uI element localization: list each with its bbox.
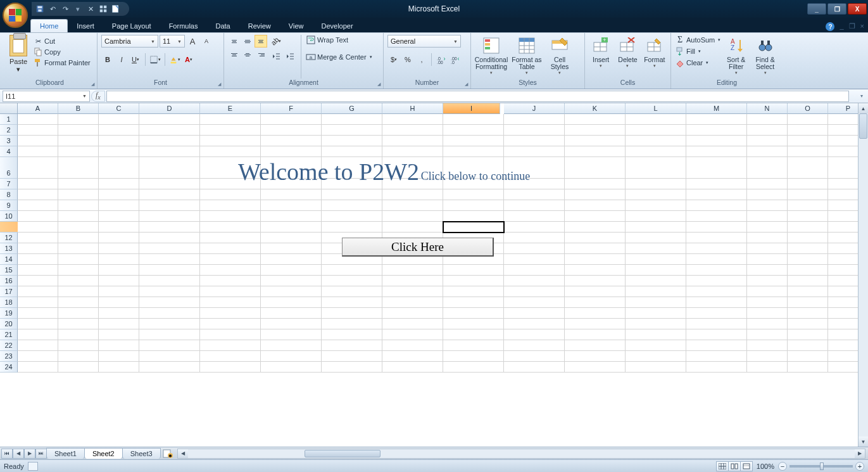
- cell[interactable]: [139, 319, 200, 329]
- view-normal-button[interactable]: [716, 461, 729, 471]
- cell[interactable]: [382, 362, 443, 373]
- name-box[interactable]: I11▼: [3, 91, 90, 102]
- cell[interactable]: [200, 308, 261, 319]
- cell[interactable]: [322, 329, 382, 340]
- cell[interactable]: [747, 286, 788, 297]
- comma-button[interactable]: ,: [415, 53, 428, 66]
- cell[interactable]: [322, 319, 382, 329]
- cell[interactable]: [565, 351, 626, 362]
- decrease-indent-button[interactable]: [270, 50, 282, 63]
- cell[interactable]: [443, 362, 504, 373]
- cell[interactable]: [443, 200, 504, 211]
- cell[interactable]: [686, 276, 747, 286]
- column-header[interactable]: E: [200, 103, 261, 114]
- cell[interactable]: [626, 265, 686, 276]
- cell[interactable]: [504, 233, 565, 243]
- cell[interactable]: [200, 136, 261, 146]
- cell[interactable]: [200, 340, 261, 351]
- number-format-select[interactable]: General▼: [387, 35, 461, 48]
- cell[interactable]: [58, 200, 99, 211]
- qat-custom3-icon[interactable]: [111, 4, 120, 13]
- cell[interactable]: [322, 340, 382, 351]
- formula-input[interactable]: [106, 91, 849, 102]
- column-header[interactable]: K: [565, 103, 626, 114]
- cell[interactable]: [443, 308, 504, 319]
- maximize-button[interactable]: ❐: [827, 3, 846, 15]
- cell[interactable]: [58, 211, 99, 222]
- cell[interactable]: [565, 222, 626, 233]
- cell[interactable]: [626, 329, 686, 340]
- minimize-button[interactable]: _: [807, 3, 826, 15]
- cell[interactable]: [626, 179, 686, 189]
- cell[interactable]: [261, 233, 322, 243]
- cell[interactable]: [443, 211, 504, 222]
- cell[interactable]: [382, 265, 443, 276]
- cell[interactable]: [788, 179, 828, 189]
- cell[interactable]: [626, 211, 686, 222]
- cell[interactable]: [686, 286, 747, 297]
- cell[interactable]: [58, 362, 99, 373]
- copy-button[interactable]: Copy: [33, 47, 91, 57]
- cell[interactable]: [504, 254, 565, 265]
- cell[interactable]: [139, 362, 200, 373]
- cell[interactable]: [626, 125, 686, 136]
- border-button[interactable]: ▾: [149, 53, 161, 66]
- cell[interactable]: [58, 233, 99, 243]
- cell[interactable]: [626, 168, 686, 179]
- cell[interactable]: [261, 319, 322, 329]
- tab-nav-prev[interactable]: ◀: [13, 449, 24, 459]
- cell[interactable]: [747, 189, 788, 200]
- conditional-formatting-button[interactable]: Conditional Formatting▾: [475, 35, 508, 77]
- scroll-right-icon[interactable]: ▶: [855, 449, 865, 458]
- cell[interactable]: [565, 243, 626, 254]
- cell[interactable]: [788, 233, 828, 243]
- column-header[interactable]: M: [686, 103, 747, 114]
- cell[interactable]: [686, 114, 747, 125]
- cell[interactable]: [261, 276, 322, 286]
- cell[interactable]: [322, 146, 382, 157]
- cell[interactable]: [139, 168, 200, 179]
- cell[interactable]: [565, 265, 626, 276]
- cell[interactable]: [18, 233, 58, 243]
- cell[interactable]: [626, 340, 686, 351]
- cell[interactable]: [747, 351, 788, 362]
- zoom-out-button[interactable]: −: [778, 462, 787, 471]
- cell[interactable]: [504, 146, 565, 157]
- row-header[interactable]: 8: [0, 189, 18, 200]
- cell[interactable]: [788, 211, 828, 222]
- cell[interactable]: [686, 308, 747, 319]
- cell[interactable]: [58, 265, 99, 276]
- cell[interactable]: [200, 265, 261, 276]
- cell[interactable]: [382, 351, 443, 362]
- qat-custom2-icon[interactable]: [99, 4, 108, 13]
- cell[interactable]: [382, 189, 443, 200]
- cell[interactable]: [99, 211, 139, 222]
- cell[interactable]: [747, 265, 788, 276]
- cell[interactable]: [18, 243, 58, 254]
- clear-button[interactable]: Clear▾: [675, 58, 720, 68]
- fill-button[interactable]: Fill▾: [675, 46, 720, 56]
- cell[interactable]: [565, 200, 626, 211]
- cell[interactable]: [443, 329, 504, 340]
- cell[interactable]: [788, 340, 828, 351]
- cell[interactable]: [18, 189, 58, 200]
- cell[interactable]: [18, 200, 58, 211]
- underline-button[interactable]: U▾: [129, 53, 142, 66]
- align-middle-button[interactable]: [241, 35, 254, 48]
- cell[interactable]: [18, 265, 58, 276]
- cell[interactable]: [788, 286, 828, 297]
- sheet-tab-sheet1[interactable]: Sheet1: [46, 448, 85, 459]
- row-header[interactable]: 22: [0, 340, 18, 351]
- close-button[interactable]: X: [848, 3, 867, 15]
- workbook-close-icon[interactable]: ×: [860, 22, 864, 31]
- tab-home[interactable]: Home: [30, 19, 68, 32]
- percent-button[interactable]: %: [401, 53, 414, 66]
- cell[interactable]: [99, 276, 139, 286]
- cell[interactable]: [382, 211, 443, 222]
- workbook-minimize-icon[interactable]: _: [840, 22, 843, 31]
- cell[interactable]: [99, 136, 139, 146]
- cell[interactable]: [686, 265, 747, 276]
- cell[interactable]: [58, 254, 99, 265]
- cell[interactable]: [322, 136, 382, 146]
- cell[interactable]: [747, 254, 788, 265]
